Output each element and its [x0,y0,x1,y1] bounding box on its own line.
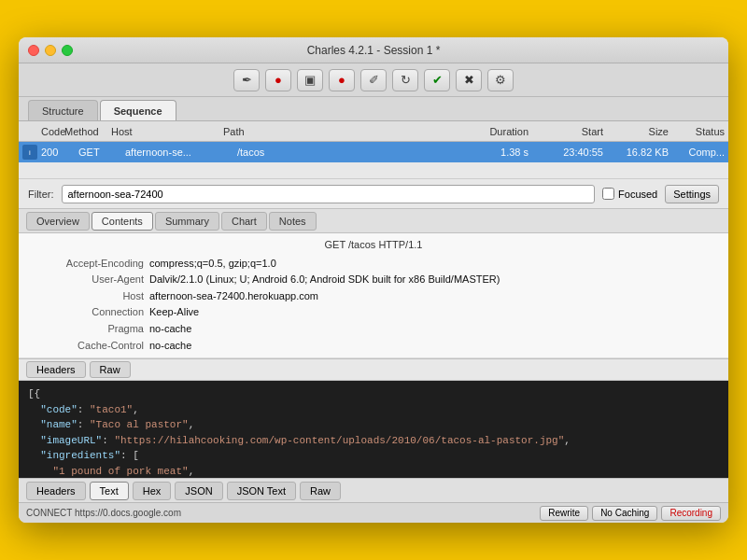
req-pragma: Pragma no-cache [28,321,719,338]
no-caching-button[interactable]: No Caching [592,506,657,521]
json-line-6: "1 pound of pork meat", [28,464,719,478]
settings-button[interactable]: Settings [665,185,719,203]
focused-check[interactable] [602,188,614,200]
spacer [19,162,728,179]
main-tabs: Structure Sequence [19,97,728,121]
row-host: afternoon-se... [125,147,237,158]
close-button[interactable] [28,45,39,56]
request-method-path: GET /tacos HTTP/1.1 [28,237,719,254]
maximize-button[interactable] [62,45,73,56]
filter-label: Filter: [28,189,54,200]
section-tabs: Headers Raw [19,358,728,381]
main-window: Charles 4.2.1 - Session 1 * ✒ ● ▣ ● ✐ ↻ … [19,37,728,523]
sub-tabs: Overview Contents Summary Chart Notes [19,209,728,233]
toolbar-record-button[interactable]: ● [265,69,291,91]
json-line-1: [{ [28,386,719,402]
recording-button[interactable]: Recording [661,506,721,521]
sub-tab-summary[interactable]: Summary [155,212,219,231]
sub-tab-notes[interactable]: Notes [269,212,317,231]
sub-tab-overview[interactable]: Overview [26,212,90,231]
toolbar-x-button[interactable]: ✖ [456,69,482,91]
json-body: [{ "code": "taco1", "name": "Taco al pas… [19,381,728,478]
col-header-path: Path [223,126,454,137]
filter-input[interactable] [62,185,596,203]
json-line-4: "imageURL": "https://hilahcooking.com/wp… [28,433,719,449]
window-title: Charles 4.2.1 - Session 1 * [307,44,441,57]
focused-checkbox[interactable]: Focused [602,188,657,200]
filter-bar: Filter: Focused Settings [19,179,728,209]
col-header-code: Code [22,126,64,137]
tab-structure[interactable]: Structure [28,100,98,120]
row-icon: i [22,145,37,160]
req-cache-control: Cache-Control no-cache [28,338,719,355]
status-buttons: Rewrite No Caching Recording [540,506,721,521]
sub-tab-chart[interactable]: Chart [221,212,267,231]
toolbar-gear-button[interactable]: ⚙ [487,69,514,91]
col-header-start: Start [529,126,603,137]
row-code: 200 [41,147,78,158]
row-start: 23:40:55 [529,147,603,158]
col-header-host: Host [111,126,223,137]
section-tab-headers[interactable]: Headers [26,361,86,378]
status-bar: CONNECT https://0.docs.google.com Rewrit… [19,502,728,523]
req-accept-encoding: Accept-Encoding compress;q=0.5, gzip;q=1… [28,256,719,273]
tab-sequence[interactable]: Sequence [100,100,176,120]
row-size: 16.82 KB [603,147,669,158]
toolbar-pen-button[interactable]: ✒ [233,69,260,91]
focused-label: Focused [618,189,657,200]
traffic-lights [28,45,73,56]
req-host: Host afternoon-sea-72400.herokuapp.com [28,288,719,305]
toolbar-refresh-button[interactable]: ↻ [392,69,418,91]
status-text: CONNECT https://0.docs.google.com [26,508,181,518]
bottom-tab-headers[interactable]: Headers [26,482,86,500]
table-header: Code Method Host Path Duration Start Siz… [19,121,728,142]
toolbar-camera-button[interactable]: ▣ [297,69,323,91]
titlebar: Charles 4.2.1 - Session 1 * [19,37,728,63]
row-duration: 1.38 s [454,147,529,158]
bottom-tab-text[interactable]: Text [90,482,129,500]
json-line-5: "ingredients": [ [28,448,719,464]
col-header-size: Size [603,126,669,137]
row-method: GET [78,147,125,158]
row-path: /tacos [237,147,454,158]
toolbar-check-button[interactable]: ✔ [424,69,450,91]
bottom-tab-hex[interactable]: Hex [133,482,172,500]
col-header-duration: Duration [454,126,529,137]
row-status: Comp... [669,147,725,158]
req-user-agent: User-Agent Dalvik/2.1.0 (Linux; U; Andro… [28,272,719,288]
bottom-tabs: Headers Text Hex JSON JSON Text Raw [19,478,728,502]
bottom-tab-json-text[interactable]: JSON Text [227,482,296,500]
json-line-3: "name": "Taco al pastor", [28,417,719,433]
request-info: GET /tacos HTTP/1.1 Accept-Encoding comp… [19,233,728,358]
toolbar-edit-button[interactable]: ✐ [360,69,387,91]
sub-tab-contents[interactable]: Contents [92,212,153,231]
bottom-tab-json[interactable]: JSON [175,482,222,500]
bottom-tab-raw[interactable]: Raw [300,482,341,500]
col-header-status: Status [669,126,725,137]
toolbar-dot-button[interactable]: ● [329,69,355,91]
col-header-method: Method [64,126,111,137]
json-line-2: "code": "taco1", [28,402,719,418]
minimize-button[interactable] [45,45,56,56]
req-connection: Connection Keep-Alive [28,304,719,321]
table-row[interactable]: i 200 GET afternoon-se... /tacos 1.38 s … [19,142,728,162]
rewrite-button[interactable]: Rewrite [540,506,588,521]
toolbar: ✒ ● ▣ ● ✐ ↻ ✔ ✖ ⚙ [19,63,728,97]
section-tab-raw[interactable]: Raw [90,361,131,378]
